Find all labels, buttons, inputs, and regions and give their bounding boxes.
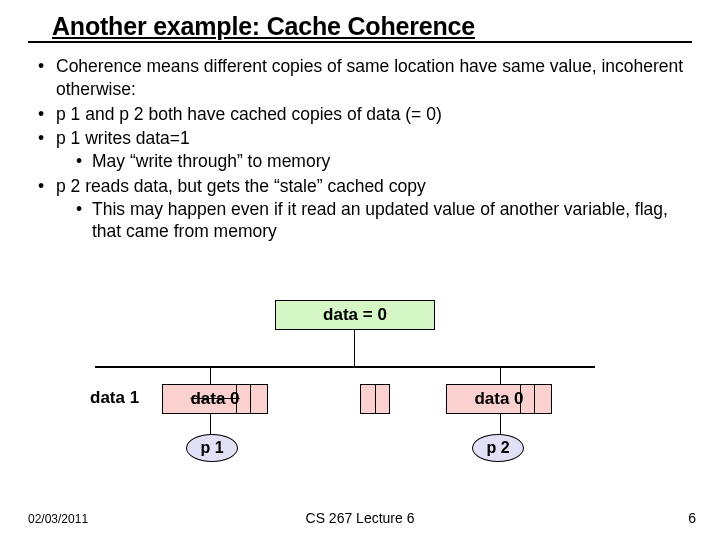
sub-bullet-item: This may happen even if it read an updat… [74,198,692,244]
cache-p2-value: data 0 [474,389,523,408]
slide-title: Another example: Cache Coherence [52,12,692,41]
bullet-text: p 2 reads data, but gets the “stale” cac… [56,176,426,196]
processor-p2: p 2 [472,434,524,462]
connector [210,366,211,384]
connector [500,414,501,434]
title-underline [28,41,692,43]
bullet-item: p 1 writes data=1 May “write through” to… [36,127,692,173]
bullet-list: Coherence means different copies of same… [36,55,692,243]
footer-course: CS 267 Lecture 6 [0,510,720,526]
processor-p1: p 1 [186,434,238,462]
cache-diagram: data = 0 data 1 data 0 data 0 p 1 p 2 [50,300,670,500]
cache-extra [360,384,390,414]
connector [210,414,211,434]
connector [354,330,355,366]
cache-p1-value: data 0 [190,389,239,408]
bus-line [95,366,595,368]
cache-p2: data 0 [446,384,552,414]
connector [500,366,501,384]
cache-p1: data 0 [162,384,268,414]
write-label: data 1 [90,388,139,408]
bullet-item: Coherence means different copies of same… [36,55,692,101]
bullet-item: p 1 and p 2 both have cached copies of d… [36,103,692,126]
footer-page-number: 6 [688,510,696,526]
bullet-text: p 1 writes data=1 [56,128,190,148]
bullet-item: p 2 reads data, but gets the “stale” cac… [36,175,692,243]
sub-bullet-item: May “write through” to memory [74,150,692,173]
memory-box: data = 0 [275,300,435,330]
